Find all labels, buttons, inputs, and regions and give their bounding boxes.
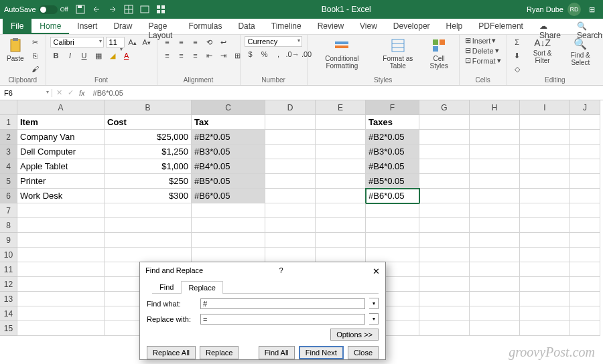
format-painter-icon[interactable]: 🖌 xyxy=(29,63,42,75)
name-box[interactable]: F6 xyxy=(0,89,52,97)
conditional-formatting-button[interactable]: Conditional Formatting xyxy=(312,36,373,71)
tab-view[interactable]: View xyxy=(352,19,385,34)
find-select-button[interactable]: 🔍Find & Select xyxy=(562,36,599,68)
cancel-formula-icon[interactable]: ✕ xyxy=(56,88,62,97)
save-icon[interactable] xyxy=(75,4,86,15)
increase-decimal-icon[interactable]: .0→ xyxy=(287,48,299,60)
replace-button[interactable]: Replace xyxy=(200,346,239,359)
clear-icon[interactable]: ◇ xyxy=(511,63,523,75)
cell-b2[interactable]: $25,000 xyxy=(105,130,192,145)
italic-button[interactable]: I xyxy=(64,50,76,62)
tab-developer[interactable]: Developer xyxy=(385,19,438,34)
cell-f3[interactable]: #B3*0.05 xyxy=(366,145,419,159)
row-header-2[interactable]: 2 xyxy=(0,130,17,145)
autosave[interactable]: AutoSave Off xyxy=(4,5,68,14)
col-header-g[interactable]: G xyxy=(419,100,470,115)
window-options-icon[interactable]: ⊞ xyxy=(589,5,595,14)
cell-a1[interactable]: Item xyxy=(17,115,105,130)
replace-with-input[interactable] xyxy=(200,314,365,325)
cell-a5[interactable]: Printer xyxy=(17,174,105,189)
autosum-icon[interactable]: Σ xyxy=(511,36,523,48)
number-format-combo[interactable]: Currency xyxy=(245,36,302,47)
tab-review[interactable]: Review xyxy=(310,19,352,34)
fill-icon[interactable]: ⬇ xyxy=(511,50,523,62)
options-button[interactable]: Options >> xyxy=(330,329,379,341)
format-cells-button[interactable]: ⊡ Format ▾ xyxy=(464,56,503,65)
wrap-text-icon[interactable]: ↩ xyxy=(218,36,230,48)
row-header-7[interactable]: 7 xyxy=(0,203,17,218)
cell-a4[interactable]: Apple Tablet xyxy=(17,159,105,174)
cell-f5[interactable]: #B5*0.05 xyxy=(366,174,419,189)
cell-c3[interactable]: #B3*0.05 xyxy=(192,145,265,159)
comma-format-icon[interactable]: , xyxy=(273,48,285,60)
col-header-e[interactable]: E xyxy=(316,100,366,115)
decrease-font-icon[interactable]: A▾ xyxy=(141,36,153,48)
cell-c1[interactable]: Tax xyxy=(192,115,265,130)
tab-file[interactable]: File xyxy=(3,19,31,34)
col-header-b[interactable]: B xyxy=(105,100,192,115)
fill-color-button[interactable]: ◢ xyxy=(107,50,119,62)
bold-button[interactable]: B xyxy=(50,50,62,62)
cell-b6[interactable]: $300 xyxy=(105,189,192,203)
col-header-f[interactable]: F xyxy=(366,100,419,115)
font-size-combo[interactable]: 11 xyxy=(106,37,125,48)
cell-i1[interactable] xyxy=(520,115,570,130)
align-center-icon[interactable]: ≡ xyxy=(176,50,188,62)
row-header-1[interactable]: 1 xyxy=(0,115,17,130)
format-as-table-button[interactable]: Format as Table xyxy=(375,36,420,71)
cell-g1[interactable] xyxy=(419,115,470,130)
increase-indent-icon[interactable]: ⇥ xyxy=(218,50,230,62)
tab-insert[interactable]: Insert xyxy=(69,19,105,34)
row-header-13[interactable]: 13 xyxy=(0,292,17,306)
undo-icon[interactable] xyxy=(91,4,102,15)
cell-d1[interactable] xyxy=(265,115,316,130)
autosave-toggle[interactable] xyxy=(39,5,58,14)
replace-all-button[interactable]: Replace All xyxy=(147,346,196,359)
cell-j1[interactable] xyxy=(570,115,600,130)
formula-input[interactable]: #B6*0.05 xyxy=(89,89,603,97)
cell-c2[interactable]: #B2*0.05 xyxy=(192,130,265,145)
select-all-corner[interactable] xyxy=(0,100,17,115)
row-header-8[interactable]: 8 xyxy=(0,218,17,233)
cell-b5[interactable]: $250 xyxy=(105,174,192,189)
macro-icon[interactable] xyxy=(139,4,150,15)
tab-help[interactable]: Help xyxy=(438,19,471,34)
delete-cells-button[interactable]: ⊟ Delete ▾ xyxy=(464,46,500,55)
orientation-icon[interactable]: ⟲ xyxy=(204,36,216,48)
find-all-button[interactable]: Find All xyxy=(259,346,295,359)
col-header-j[interactable]: J xyxy=(570,100,600,115)
cell-h1[interactable] xyxy=(470,115,520,130)
cell-styles-button[interactable]: Cell Styles xyxy=(423,36,454,71)
cell-f6[interactable]: #B6*0.05 xyxy=(366,189,419,203)
align-top-icon[interactable]: ≡ xyxy=(161,36,174,48)
find-dropdown-icon[interactable]: ▾ xyxy=(369,298,379,309)
row-header-4[interactable]: 4 xyxy=(0,159,17,174)
cell-b1[interactable]: Cost xyxy=(105,115,192,130)
col-header-c[interactable]: C xyxy=(192,100,265,115)
increase-font-icon[interactable]: A▴ xyxy=(127,36,139,48)
underline-button[interactable]: U xyxy=(78,50,90,62)
cut-icon[interactable]: ✂ xyxy=(29,36,42,48)
percent-format-icon[interactable]: % xyxy=(259,48,271,60)
accounting-format-icon[interactable]: $ xyxy=(245,48,257,60)
decrease-indent-icon[interactable]: ⇤ xyxy=(204,50,216,62)
col-header-d[interactable]: D xyxy=(265,100,316,115)
cell-e1[interactable] xyxy=(316,115,366,130)
cell-f2[interactable]: #B2*0.05 xyxy=(366,130,419,145)
align-bottom-icon[interactable]: ≡ xyxy=(190,36,202,48)
tab-pdfelement[interactable]: PDFelement xyxy=(470,19,531,34)
row-header-12[interactable]: 12 xyxy=(0,277,17,292)
cell-a3[interactable]: Dell Computer xyxy=(17,145,105,159)
tab-data[interactable]: Data xyxy=(230,19,263,34)
col-header-i[interactable]: I xyxy=(520,100,570,115)
user-area[interactable]: Ryan Dube RD ⊞ xyxy=(527,3,599,16)
close-button[interactable]: Close xyxy=(348,346,379,359)
col-header-a[interactable]: A xyxy=(17,100,105,115)
search-button[interactable]: 🔍 Search xyxy=(569,19,603,34)
col-header-h[interactable]: H xyxy=(470,100,520,115)
dialog-close-icon[interactable]: ✕ xyxy=(373,266,380,276)
cell-c4[interactable]: #B4*0.05 xyxy=(192,159,265,174)
border-icon[interactable] xyxy=(123,4,134,15)
form-icon[interactable] xyxy=(155,4,166,15)
align-left-icon[interactable]: ≡ xyxy=(161,50,174,62)
